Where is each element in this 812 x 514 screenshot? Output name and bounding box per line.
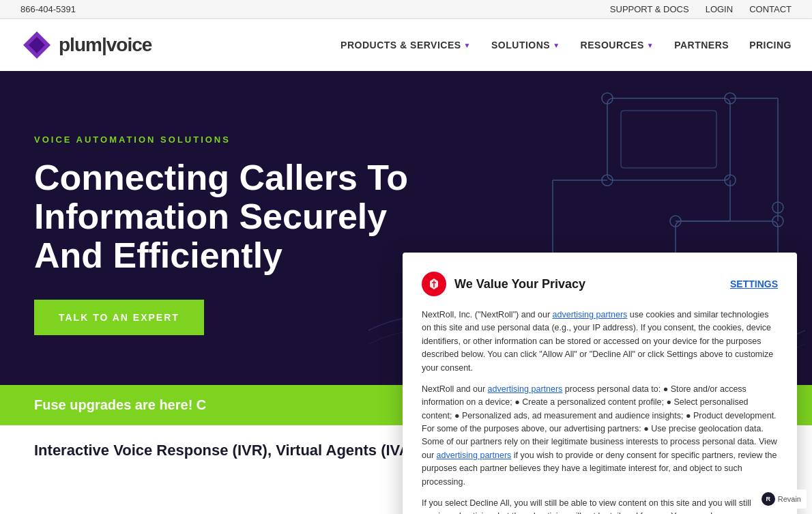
hero-title: Connecting Callers To Information Secure… (34, 158, 457, 276)
hero-content: VOICE AUTOMATION SOLUTIONS Connecting Ca… (34, 134, 457, 336)
logo-text: plum|voice (59, 34, 151, 56)
hero-cta-button[interactable]: TALK TO AN EXPERT (34, 300, 204, 335)
privacy-settings-link[interactable]: SETTINGS (730, 279, 778, 289)
privacy-modal: We Value Your Privacy SETTINGS NextRoll,… (403, 253, 797, 476)
solutions-arrow-icon: ▼ (553, 42, 560, 49)
advertising-partners-link-3[interactable]: advertising partners (437, 451, 512, 460)
privacy-paragraph-1: NextRoll, Inc. ("NextRoll") and our adve… (422, 309, 778, 375)
support-docs-link[interactable]: SUPPORT & DOCS (610, 4, 689, 14)
nav-partners[interactable]: PARTNERS (674, 40, 729, 51)
advertising-partners-link-1[interactable]: advertising partners (553, 310, 628, 319)
logo[interactable]: plum|voice (20, 29, 151, 61)
top-bar: 866-404-5391 SUPPORT & DOCS LOGIN CONTAC… (0, 0, 812, 19)
advertising-partners-link-2[interactable]: advertising partners (488, 384, 563, 394)
modal-title: We Value Your Privacy (454, 277, 585, 291)
nav-solutions[interactable]: SOLUTIONS ▼ (491, 40, 560, 51)
login-link[interactable]: LOGIN (706, 4, 733, 14)
svg-rect-7 (621, 111, 716, 168)
nav-products[interactable]: PRODUCTS & SERVICES ▼ (340, 40, 471, 51)
hero-tagline: VOICE AUTOMATION SOLUTIONS (34, 134, 457, 145)
top-bar-links: SUPPORT & DOCS LOGIN CONTACT (610, 4, 792, 14)
products-arrow-icon: ▼ (464, 42, 471, 49)
resources-arrow-icon: ▼ (647, 42, 654, 49)
nav-resources[interactable]: RESOURCES ▼ (581, 40, 654, 51)
nav-pricing[interactable]: PRICING (749, 40, 792, 51)
privacy-paragraph-2: NextRoll and our advertising partners pr… (422, 383, 778, 476)
modal-header-left: We Value Your Privacy (422, 272, 585, 296)
modal-body: NextRoll, Inc. ("NextRoll") and our adve… (422, 309, 778, 476)
phone-number: 866-404-5391 (20, 4, 76, 14)
logo-icon (20, 29, 53, 61)
nextroll-logo-icon (422, 272, 446, 296)
nav-links: PRODUCTS & SERVICES ▼ SOLUTIONS ▼ RESOUR… (340, 40, 792, 51)
modal-header: We Value Your Privacy SETTINGS (422, 272, 778, 296)
main-nav: plum|voice PRODUCTS & SERVICES ▼ SOLUTIO… (0, 19, 812, 71)
contact-link[interactable]: CONTACT (749, 4, 792, 14)
